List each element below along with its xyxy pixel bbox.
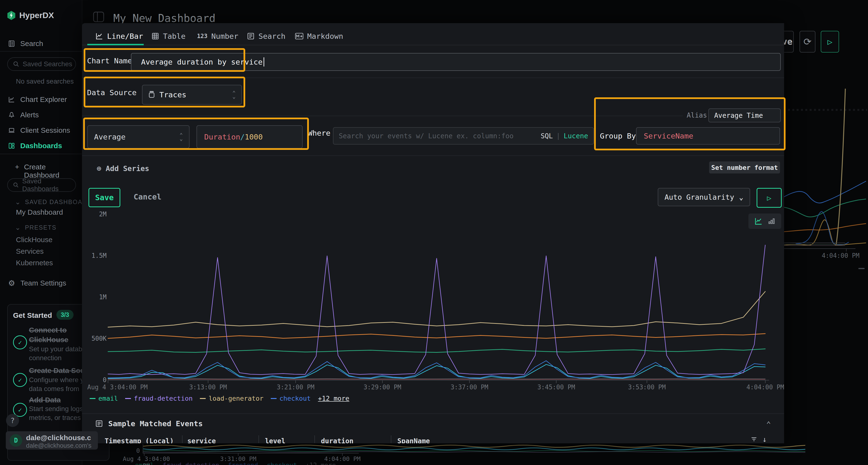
download-icon[interactable]: ↓ xyxy=(763,435,767,443)
run-query-button[interactable]: ▷ xyxy=(821,31,839,53)
tab-markdown[interactable]: Markdown xyxy=(295,32,343,40)
y-axis-label: 1.5M xyxy=(87,252,106,259)
hyperdx-app: My New Dashboard Save ⟳ ▷ 4:04:00 PM 0 A… xyxy=(0,0,868,465)
play-icon: ▷ xyxy=(767,194,771,202)
user-menu[interactable]: D dale@clickhouse.c dale@clickhouse.com'… xyxy=(6,431,98,450)
tab-label: Markdown xyxy=(307,32,343,40)
saved-dashboards-input[interactable]: Saved Dashboards xyxy=(7,178,76,192)
create-dashboard-label: Create Dashboard xyxy=(24,163,82,179)
field-input[interactable]: Duration/1000 xyxy=(196,125,303,148)
x-axis-label: Aug 4 3:04:00 PM xyxy=(87,384,150,391)
legend-more-link[interactable]: +12 more xyxy=(318,395,349,402)
legend-label: fraud-detection xyxy=(134,395,193,402)
set-number-format-button[interactable]: Set number format xyxy=(709,161,780,173)
sample-events-header: Sample Matched Events xyxy=(95,419,203,428)
group-by-input[interactable]: ServiceName xyxy=(636,127,780,144)
x-axis-label: 3:45:00 PM xyxy=(525,384,588,391)
sidebar-item-team-settings[interactable]: ⚙ Team Settings xyxy=(8,278,66,288)
presets-section[interactable]: ⌄ PRESETS xyxy=(15,224,56,232)
bg-legend-item: checkout xyxy=(267,462,297,465)
bg-bottom-zero: 0 xyxy=(123,447,140,454)
journal-icon xyxy=(8,40,15,47)
sidebar-item-services[interactable]: Services xyxy=(16,247,44,255)
run-chart-button[interactable]: ▷ xyxy=(756,188,782,208)
sidebar-item-client-sessions[interactable]: Client Sessions xyxy=(8,126,70,134)
sidebar-item-chart-explorer[interactable]: Chart Explorer xyxy=(8,95,67,104)
divider xyxy=(0,51,82,52)
sample-events-title: Sample Matched Events xyxy=(108,419,203,428)
chart-name-label: Chart Name xyxy=(87,56,132,65)
where-input[interactable]: Search your events w/ Lucene ex. column:… xyxy=(333,127,594,144)
column-separator[interactable] xyxy=(314,436,315,443)
refresh-button[interactable]: ⟳ xyxy=(800,31,815,53)
help-button[interactable]: ? xyxy=(6,414,19,427)
bar-view-icon[interactable] xyxy=(768,218,775,225)
save-button[interactable]: Save xyxy=(89,188,120,207)
tab-label: Number xyxy=(211,32,238,40)
dashboards-grid-icon xyxy=(8,142,15,149)
line-view-icon[interactable] xyxy=(754,217,763,225)
sidebar-item-label: Team Settings xyxy=(21,279,66,287)
plus-circle-icon: ⊕ xyxy=(97,164,101,173)
divider xyxy=(0,154,82,154)
bg-bottom-tick-label: 4:04:00 PM xyxy=(318,455,367,462)
legend-item-email[interactable]: email xyxy=(90,395,118,402)
column-separator[interactable] xyxy=(391,436,391,443)
brand[interactable]: HyperDX xyxy=(7,10,54,20)
granularity-select[interactable]: Auto Granularity ⌄ xyxy=(658,188,750,206)
select-chevrons-icon: ⌃⌄ xyxy=(180,133,183,140)
sidebar-item-label: Search xyxy=(20,39,43,48)
alias-value: Average Time xyxy=(714,111,763,120)
sidebar-item-clickhouse[interactable]: ClickHouse xyxy=(16,236,53,244)
legend-item-checkout[interactable]: checkout xyxy=(271,395,311,402)
legend-item-fraud-detection[interactable]: fraud-detection xyxy=(125,395,193,402)
column-header: Timestamp (Local) xyxy=(105,437,174,443)
text-cursor xyxy=(264,57,264,66)
sidebar-item-kubernetes[interactable]: Kubernetes xyxy=(16,259,53,267)
line-chart-icon xyxy=(95,32,103,40)
x-axis-label: 3:21:00 PM xyxy=(264,384,327,391)
aggregation-value: Average xyxy=(94,133,126,141)
tab-search[interactable]: Search xyxy=(247,32,285,40)
bg-series xyxy=(143,451,805,452)
get-started-step-title[interactable]: Connect to ClickHouse xyxy=(29,325,77,344)
bg-bottom-legend: email fraud-detection frontend checkout … xyxy=(135,462,336,465)
lucene-option[interactable]: Lucene xyxy=(564,132,588,140)
chart-legend: email fraud-detection load-generator che… xyxy=(90,395,349,402)
legend-item-load-generator[interactable]: load-generator xyxy=(200,395,264,402)
tab-table[interactable]: Table xyxy=(151,32,185,40)
create-dashboard-button[interactable]: + Create Dashboard xyxy=(15,163,82,179)
sidebar-collapse-icon[interactable] xyxy=(93,11,104,22)
sidebar-item-search[interactable]: Search xyxy=(8,39,43,48)
alias-input[interactable]: Average Time xyxy=(708,108,781,122)
divider xyxy=(82,156,784,156)
laptop-icon xyxy=(8,127,15,134)
play-icon: ▷ xyxy=(828,37,832,46)
sidebar-item-alerts[interactable]: Alerts xyxy=(8,111,39,119)
aggregation-select[interactable]: Average ⌃⌄ xyxy=(87,125,189,148)
field-token: 1000 xyxy=(245,133,263,141)
column-separator[interactable] xyxy=(258,436,259,443)
tab-label: Search xyxy=(258,32,285,40)
sql-option[interactable]: SQL xyxy=(540,132,553,140)
field-token: Duration xyxy=(204,133,240,141)
y-axis-label: 500K xyxy=(87,335,106,342)
tab-label: Table xyxy=(163,32,185,40)
bg-scroll-dash xyxy=(858,268,865,269)
collapse-chevron-icon[interactable]: ⌃ xyxy=(766,420,771,429)
tab-number[interactable]: 123 Number xyxy=(197,32,238,40)
cancel-button[interactable]: Cancel xyxy=(133,192,161,201)
data-source-value: Traces xyxy=(159,90,186,99)
filter-icon[interactable] xyxy=(750,436,757,443)
column-separator[interactable] xyxy=(182,436,183,443)
bg-legend-more: +12 more xyxy=(306,462,336,465)
add-series-button[interactable]: ⊕ Add Series xyxy=(97,164,149,173)
sidebar-item-dashboards[interactable]: Dashboards xyxy=(8,142,62,150)
tab-line-bar[interactable]: Line/Bar xyxy=(95,32,143,40)
chart-name-input[interactable]: Average duration by service xyxy=(131,53,781,71)
saved-searches-input[interactable]: Saved Searches xyxy=(7,57,76,71)
query-language-toggle[interactable]: SQL | Lucene xyxy=(540,132,588,140)
gear-icon: ⚙ xyxy=(8,278,15,288)
data-source-select[interactable]: Traces ⌃⌄ xyxy=(142,85,242,105)
sidebar-item-my-dashboard[interactable]: My Dashboard xyxy=(16,208,63,217)
